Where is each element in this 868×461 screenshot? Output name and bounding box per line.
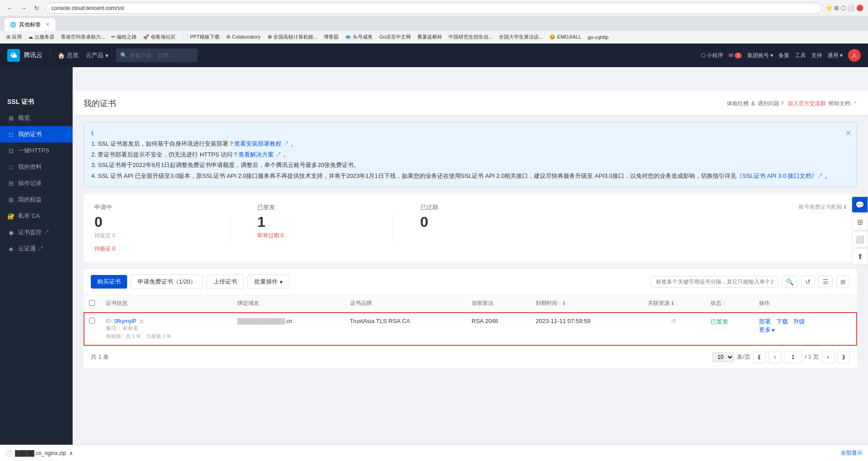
batch-btn[interactable]: 批量操作 ▾ — [247, 275, 290, 289]
search-input[interactable] — [651, 276, 778, 288]
address-bar[interactable]: console.cloud.tencent.com/ssl — [45, 3, 822, 14]
bookmark-blog[interactable]: 博客园 — [321, 33, 341, 41]
message-btn[interactable]: ✉ 5 — [729, 52, 742, 59]
sidebar-item-cloud-cert[interactable]: ◈ 云证通 ↗ — [0, 240, 73, 257]
bookmark-bridge[interactable]: 番薯蓝桥杯 — [414, 33, 445, 41]
list-view-btn[interactable]: ☰ — [819, 275, 833, 288]
cert-table: 证书信息 ↕ 绑定域名 证书品牌 加密算法 到期时间 ↕ ℹ 关联资源 ℹ 状态… — [84, 295, 857, 346]
notice-box: ℹ 1. SSL 证书签发后，如何基于自身环境进行安装部署？查看安装部署教程 ↗… — [84, 122, 857, 187]
sidebar-label-one-https: 一键HTTPS — [18, 147, 49, 155]
join-link[interactable]: 加入官方交流群 — [788, 100, 826, 108]
forward-button[interactable]: → — [18, 4, 29, 13]
linked-resource-icon[interactable]: ↺ — [671, 318, 676, 324]
select-all-checkbox[interactable] — [89, 300, 95, 306]
first-page-btn[interactable]: ⟪ — [753, 351, 766, 363]
cert-linked-cell[interactable]: ↺ — [642, 312, 705, 346]
sidebar-item-my-data[interactable]: □ 我的资料 — [0, 159, 73, 175]
stat-pending-count: 0 — [94, 214, 202, 230]
action-upgrade[interactable]: 升级 — [793, 318, 805, 325]
top-search[interactable]: 🔍 搜索产品、文档... — [116, 49, 197, 62]
last-page-btn[interactable]: ⟫ — [837, 351, 850, 363]
avatar[interactable]: 人 — [848, 49, 861, 62]
stat-pending-sub: 待提交 0 待验证 0 — [94, 232, 202, 253]
more-btn[interactable]: 通用 ▾ — [828, 52, 843, 59]
page-size-select[interactable]: 10 20 50 — [712, 352, 734, 362]
top-nav-right: ⬡ 小程序 ✉ 5 集团账号 ▾ 备案 工具 支持 — [701, 49, 861, 62]
tools-btn[interactable]: 工具 — [795, 52, 806, 59]
sidebar-item-one-https[interactable]: ⊡ 一键HTTPS — [0, 142, 73, 159]
nav-home[interactable]: 🏠 总览 — [58, 51, 79, 59]
feedback-link[interactable]: 体验吐槽 — [727, 100, 749, 108]
sidebar-item-rights[interactable]: ⊞ 我的权益 — [0, 191, 73, 208]
support-btn[interactable]: 支持 — [811, 52, 822, 59]
main-content: 我的证书 体验吐槽 & 遇到问题？ 加入官方交流群 帮助文档 ↗ ℹ 1. SS… — [73, 67, 868, 461]
solution-link[interactable]: 查看解决方案 ↗ — [238, 151, 281, 158]
action-deploy[interactable]: 部署 — [759, 318, 771, 325]
next-page-btn[interactable]: › — [822, 351, 834, 363]
search-btn[interactable]: 🔍 — [782, 275, 798, 288]
bookmark-maker[interactable]: 🚀 创客海社区 — [140, 33, 178, 41]
page-input[interactable] — [784, 351, 802, 363]
bookmark-apps[interactable]: ⊞ 应用 — [4, 33, 25, 41]
bookmark-cloud[interactable]: ☁ 云服务器 — [25, 33, 57, 41]
notice-close-btn[interactable]: ✕ — [845, 127, 851, 140]
bookmark-hk[interactable]: 香港空间香港助力... — [58, 33, 108, 41]
cert-id[interactable]: 0fkymylP — [114, 318, 137, 324]
install-link[interactable]: 查看安装部署教程 ↗ — [234, 140, 289, 147]
bookmark-coding[interactable]: ✏ 编程之路 — [108, 33, 139, 41]
stat-issued-sub: 即将过期 0 — [257, 232, 365, 240]
grid-view-btn[interactable]: ⊞ — [836, 275, 850, 288]
cert-name: 备注：未命名 — [106, 324, 227, 332]
bookmark-go[interactable]: Go语言中文网 — [376, 33, 414, 41]
active-tab[interactable]: 🌐 其他标签 ✕ — [5, 18, 55, 31]
bookmark-fish[interactable]: 🐟 头号咸鱼 — [342, 33, 375, 41]
tab-title: 其他标签 — [19, 21, 41, 29]
group-btn[interactable]: 集团账号 ▾ — [747, 52, 773, 59]
bookmark-cqhttp[interactable]: go-cqhttp — [585, 34, 612, 41]
miniprogram-btn[interactable]: ⬡ 小程序 — [701, 52, 723, 59]
float-chat-btn[interactable]: 💬 — [852, 196, 868, 213]
home-icon: 🏠 — [58, 52, 65, 59]
bookmark-ppt[interactable]: 📄 PPT模板下载 — [179, 33, 222, 41]
sort-icon1: ↕ — [129, 301, 131, 306]
help-link[interactable]: 帮助文档 ↗ — [829, 100, 857, 108]
copy-icon[interactable]: ⧉ — [140, 319, 143, 324]
bookmark-algo[interactable]: 全国大学生算法设... — [496, 33, 546, 41]
api-doc-link[interactable]: 《SSL证书 API 3.0 接口文档》↗ — [736, 172, 823, 179]
sidebar-item-op-log[interactable]: ⊟ 操作记录 — [0, 175, 73, 191]
sidebar-item-cert-monitor[interactable]: ◉ 证书监控 ↗ — [0, 224, 73, 240]
bookmark-cs[interactable]: 🖥 全国高校计算机能... — [264, 33, 320, 41]
sidebar-item-overview[interactable]: ⊞ 概览 — [0, 110, 73, 126]
table-toolbar: 购买证书 申请免费证书（1/20） 上传证书 批量操作 ▾ 🔍 ↺ ☰ ⊞ — [84, 269, 857, 295]
cert-validity: 有效期：共 1 年，当前第 1 年 — [106, 333, 227, 340]
my-data-icon: □ — [7, 164, 15, 171]
float-up-btn[interactable]: ⬆ — [852, 248, 868, 265]
action-more[interactable]: 更多 ▾ — [759, 326, 852, 334]
pagination-row: 共 1 条 10 20 50 条/页 ⟪ ‹ / 1 页 — [84, 346, 857, 368]
browser-bar: ← → ↻ console.cloud.tencent.com/ssl ⭐ ⊞ … — [0, 0, 868, 16]
sidebar-item-my-certs[interactable]: □ 我的证书 — [0, 126, 73, 142]
record-btn[interactable]: 备案 — [779, 52, 789, 59]
prev-page-btn[interactable]: ‹ — [769, 351, 781, 363]
free-cert-btn[interactable]: 申请免费证书（1/20） — [131, 275, 203, 289]
bookmark-grad[interactable]: 中国研究生招生信... — [446, 33, 495, 41]
show-all-btn[interactable]: 全部显示 — [841, 449, 863, 457]
table-area: 购买证书 申请免费证书（1/20） 上传证书 批量操作 ▾ 🔍 ↺ ☰ ⊞ — [84, 269, 857, 368]
action-download[interactable]: 下载 — [776, 318, 788, 325]
bookmark-colab[interactable]: ⚙ Colaboratory — [223, 33, 263, 41]
row-checkbox[interactable] — [89, 318, 95, 324]
stat-issued-label: 已签发 — [257, 203, 365, 211]
upload-cert-btn[interactable]: 上传证书 — [207, 275, 244, 289]
cert-monitor-icon: ◉ — [7, 229, 15, 236]
sidebar-item-private-ca[interactable]: 🔐 私有 CA — [0, 208, 73, 224]
float-table-btn[interactable]: ⊞ — [852, 214, 868, 230]
refresh-btn[interactable]: ↺ — [801, 275, 815, 288]
download-item: 📄 █████.cn_nginx.zip ∧ — [5, 450, 73, 456]
buy-cert-btn[interactable]: 购买证书 — [91, 275, 127, 289]
nav-products[interactable]: 云产品 ▾ — [86, 51, 108, 59]
back-button[interactable]: ← — [5, 4, 15, 13]
cert-status-cell: 已签发 — [705, 312, 754, 346]
reload-button[interactable]: ↻ — [32, 4, 42, 13]
float-qr-btn[interactable]: ⬜ — [852, 231, 868, 247]
bookmark-emoji[interactable]: 😀 EMOJIALL — [547, 33, 584, 41]
